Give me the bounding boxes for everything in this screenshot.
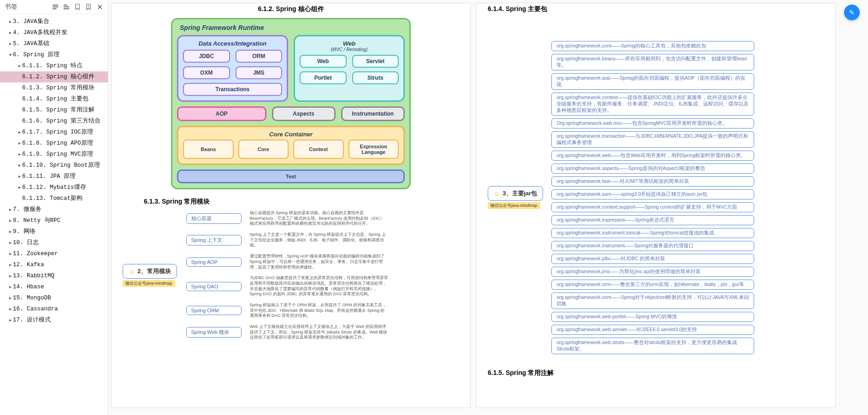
caret-icon: ▾ — [7, 49, 13, 60]
bookmarks-tree[interactable]: ▸3. JAVA集合▸4. JAVA多线程并发▸5. JAVA基础▾6. Spr… — [0, 14, 108, 415]
edit-fab-button[interactable]: ✎ — [844, 5, 860, 20]
bookmark-item[interactable]: 6.1.13. Tomcat架构 — [0, 193, 108, 204]
bookmark-label: 6.1.12. Mybatis缓存 — [22, 182, 86, 193]
mindmap-node: 核心容器 — [186, 213, 242, 224]
module-box: Struts — [352, 71, 399, 84]
caret-icon: ▸ — [7, 270, 13, 281]
mindmap-leaf: org.springframework.jdbc——对JDBC 的简单封装 — [551, 254, 754, 264]
mindmap-leaf: org.springframework.aop——Spring的面向切面编程，提… — [551, 73, 754, 90]
bookmark-flag-icon[interactable] — [85, 3, 92, 11]
bookmark-item[interactable]: ▸4. JAVA多线程并发 — [0, 27, 108, 38]
bookmark-label: 6.1.2. Spring 核心组件 — [22, 71, 94, 82]
mindmap-leaf: org.springframework.beans——所有应用都用到，包含访问配… — [551, 54, 754, 70]
caret-icon: ▸ — [7, 215, 13, 226]
bookmark-label: 11. Zookeeper — [13, 248, 58, 259]
mindmap-leaf: org.springframework.web.struts——整合对strut… — [551, 338, 754, 354]
mindmap-leaf: org.springframework.expression——Spring表达… — [551, 215, 754, 225]
bookmark-item[interactable]: 6.1.2. Spring 核心组件 — [0, 71, 108, 82]
svg-rect-0 — [53, 5, 58, 6]
bookmark-item[interactable]: ▸11. Zookeeper — [0, 248, 108, 259]
data-access-group: Data Access/Integration JDBC ORM OXM JMS… — [177, 35, 288, 102]
pencil-icon: ✎ — [849, 9, 855, 16]
bookmark-item[interactable]: ▸15. MongoDB — [0, 292, 108, 304]
bookmark-add-icon[interactable] — [74, 3, 81, 11]
bookmark-item[interactable]: ▸14. Hbase — [0, 281, 108, 292]
svg-rect-1 — [53, 6, 58, 7]
close-icon[interactable]: ✕ — [96, 3, 103, 11]
mindmap-main-jars: ☺ 3、主要jar包 微信公众号java-mindmap org.springf… — [488, 41, 824, 354]
module-box: Transactions — [183, 83, 282, 96]
bookmark-label: 6.1.3. Spring 常用模块 — [22, 82, 94, 94]
module-box: Instrumentation — [341, 106, 405, 121]
caret-icon: ▸ — [7, 248, 13, 259]
mindmap-leaf: org.springframework.instrument——Spring对服… — [551, 241, 754, 251]
bookmark-item[interactable]: ▸13. RabbitMQ — [0, 270, 108, 281]
mindmap-branch: 核心容器核心容器提供 Spring 框架的基本功能。核心容器的主要组件是 Bea… — [186, 210, 397, 227]
bookmark-item[interactable]: 6.1.4. Spring 主要包 — [0, 94, 108, 105]
bookmark-item[interactable]: ▸7. 微服务 — [0, 204, 108, 215]
section-heading: 6.1.2. Spring 核心组件 — [123, 5, 459, 13]
mindmap-description: Spring 上下文是一个配置文件，向 Spring 框架提供上下文信息。Spr… — [250, 232, 388, 248]
bookmark-item[interactable]: ▸6.1.8. Spring APO原理 — [0, 138, 108, 149]
mindmap-leaf: org.springframework.oxm——Spring对于object/… — [551, 292, 754, 309]
outline-collapse-icon[interactable] — [63, 3, 70, 11]
bookmark-label: 4. JAVA多线程并发 — [13, 27, 67, 38]
bookmark-item[interactable]: ▸17. 设计模式 — [0, 315, 108, 326]
module-box: Core — [238, 140, 289, 159]
smile-icon: ☺ — [494, 190, 500, 197]
caret-icon: ▸ — [17, 138, 22, 149]
mindmap-root: ☺ 2、常用模块 — [123, 264, 177, 279]
section-heading: 6.1.3. Spring 常用模块 — [144, 198, 459, 206]
bookmark-item[interactable]: ▸16. Cassandra — [0, 304, 108, 315]
bookmark-item[interactable]: ▸10. 日志 — [0, 237, 108, 248]
mindmap-root: ☺ 3、主要jar包 — [488, 186, 543, 201]
web-group: Web (MVC / Remoting) Web Servlet Portlet… — [294, 35, 405, 102]
bookmark-label: 6.1.10. Spring Boot原理 — [22, 160, 100, 171]
caret-icon: ▸ — [17, 160, 22, 171]
caret-icon: ▸ — [17, 60, 22, 71]
bookmark-label: 6.1.6. Spring 第三方结合 — [22, 116, 100, 127]
bookmark-item[interactable]: 6.1.5. Spring 常用注解 — [0, 105, 108, 116]
mindmap-leaf: org.springframework.instrument.tomcat——S… — [551, 228, 754, 238]
caret-icon: ▸ — [17, 182, 22, 193]
bookmark-label: 13. RabbitMQ — [13, 270, 54, 281]
bookmark-item[interactable]: ▸3. JAVA集合 — [0, 16, 108, 27]
bookmark-item[interactable]: ▸12. Kafka — [0, 259, 108, 270]
mindmap-leaf: org.springframework.web——包含Web应用开发时，用到Sp… — [551, 151, 754, 161]
mindmap-leaf: org.springframework.context——提供在基础IOC功能上… — [551, 93, 754, 116]
bookmark-item[interactable]: ▸6.1.10. Spring Boot原理 — [0, 160, 108, 171]
bookmark-item[interactable]: 6.1.3. Spring 常用模块 — [0, 82, 108, 94]
bookmark-item[interactable]: ▸6.1.11. JPA 原理 — [0, 171, 108, 182]
bookmark-label: 6.1.9. Spring MVC原理 — [22, 149, 93, 160]
mindmap-description: 通过配置管理特性，Spring AOP 模块直接将面向切面的编程功能集成到了 S… — [250, 254, 388, 270]
caret-icon: ▸ — [7, 16, 13, 27]
bookmark-label: 14. Hbase — [13, 281, 44, 292]
bookmark-item[interactable]: ▾6. Spring 原理 — [0, 49, 108, 60]
bookmark-label: 6.1.11. JPA 原理 — [22, 171, 76, 182]
bookmark-item[interactable]: ▸8. Netty 与RPC — [0, 215, 108, 226]
bookmark-item[interactable]: ▸6.1.9. Spring MVC原理 — [0, 149, 108, 160]
document-viewer[interactable]: 6.1.2. Spring 核心组件 Spring Framework Runt… — [108, 0, 868, 415]
bookmark-label: 8. Netty 与RPC — [13, 215, 60, 226]
mindmap-node: Spring Web 模块 — [186, 327, 242, 338]
bookmark-item[interactable]: 6.1.6. Spring 第三方结合 — [0, 116, 108, 127]
module-box: OXM — [183, 66, 230, 79]
section-heading: 6.1.5. Spring 常用注解 — [488, 369, 824, 377]
caret-icon: ▸ — [7, 304, 13, 315]
svg-rect-3 — [64, 5, 67, 6]
bookmark-item[interactable]: ▸6.1.12. Mybatis缓存 — [0, 182, 108, 193]
group-title: Data Access/Integration — [183, 40, 282, 47]
bookmark-item[interactable]: ▸6.1.1. Spring 特点 — [0, 60, 108, 71]
caret-icon: ▸ — [7, 281, 13, 292]
bookmark-item[interactable]: ▸5. JAVA基础 — [0, 38, 108, 49]
sidebar-title: 书签 — [5, 3, 18, 11]
caret-icon: ▸ — [7, 259, 13, 270]
outline-expand-icon[interactable] — [52, 3, 59, 11]
mindmap-source-badge: 微信公众号java-mindmap — [488, 202, 540, 209]
bookmark-label: 5. JAVA基础 — [13, 38, 49, 49]
sidebar-header: 书签 ✕ — [0, 0, 108, 14]
module-box: JMS — [236, 66, 283, 79]
bookmark-item[interactable]: ▸9. 网络 — [0, 226, 108, 237]
bookmark-item[interactable]: ▸6.1.7. Spring IOC原理 — [0, 127, 108, 138]
bookmark-label: 6.1.7. Spring IOC原理 — [22, 127, 93, 138]
